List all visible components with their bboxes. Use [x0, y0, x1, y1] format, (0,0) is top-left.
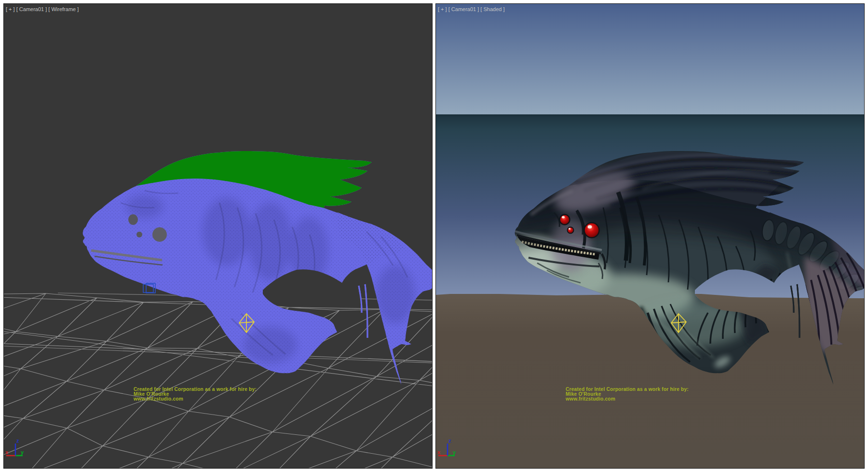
svg-text:y: y — [453, 449, 456, 455]
svg-text:x: x — [437, 449, 441, 455]
svg-text:www.fritzstudio.com: www.fritzstudio.com — [565, 396, 615, 402]
svg-text:www.fritzstudio.com: www.fritzstudio.com — [133, 396, 183, 402]
svg-text:y: y — [21, 449, 24, 455]
svg-text:z: z — [16, 438, 19, 444]
svg-text:z: z — [448, 438, 451, 444]
svg-text:x: x — [5, 449, 9, 455]
